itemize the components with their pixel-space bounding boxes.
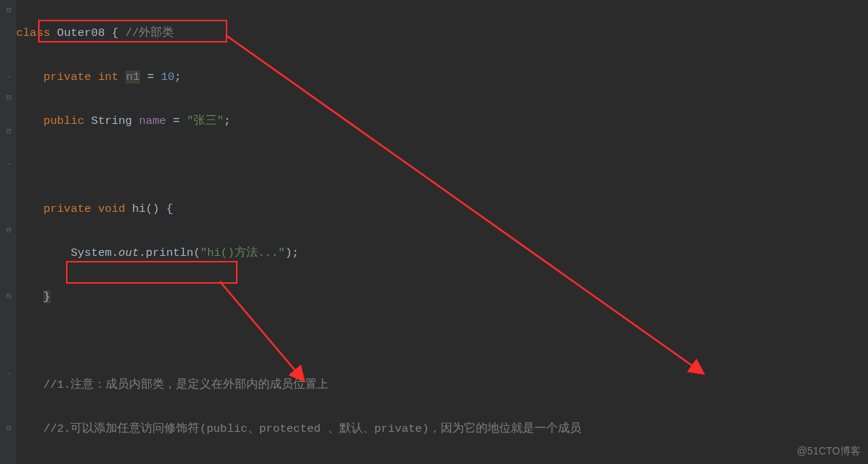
comment: //2.可以添加任意访问修饰符(public、protected 、默认、pri… xyxy=(43,422,581,435)
code-line[interactable]: public String name = "张三"; xyxy=(16,110,868,132)
code-line[interactable]: System.out.println("hi()方法..."); xyxy=(16,242,868,264)
fold-icon[interactable]: – xyxy=(4,158,14,169)
fold-icon[interactable]: ⊟ xyxy=(4,291,14,301)
fold-icon[interactable]: ⊟ xyxy=(4,5,14,15)
code-line[interactable]: //2.可以添加任意访问修饰符(public、protected 、默认、pri… xyxy=(16,418,868,440)
keyword-type: int xyxy=(98,70,119,84)
keyword-class: class xyxy=(16,26,51,40)
fold-icon[interactable]: – xyxy=(4,71,14,81)
code-line[interactable]: } xyxy=(16,286,868,308)
code-line[interactable]: class Outer08 { //外部类 xyxy=(16,22,868,44)
code-line[interactable] xyxy=(16,154,868,176)
code-line[interactable]: //1.注意：成员内部类，是定义在外部内的成员位置上 xyxy=(16,374,868,396)
number-literal: 10 xyxy=(161,70,174,84)
fold-icon[interactable]: ⊟ xyxy=(4,126,14,136)
field-out: out xyxy=(119,246,139,259)
comment: //外部类 xyxy=(125,26,174,40)
keyword-modifier: private xyxy=(43,70,91,84)
code-editor[interactable]: ⊟ – ⊟ ⊟ – ⊟ ⊟ – ⊟ class Outer08 { //外部类 … xyxy=(0,0,868,464)
fold-icon[interactable]: ⊟ xyxy=(4,225,14,235)
fold-icon[interactable]: ⊟ xyxy=(4,423,14,433)
fold-icon[interactable]: – xyxy=(4,368,14,378)
string-literal: "张三" xyxy=(187,114,224,128)
method-hi: hi xyxy=(132,202,146,216)
code-line[interactable]: private void hi() { xyxy=(16,198,868,220)
fold-icon[interactable]: ⊟ xyxy=(4,92,14,103)
comment: //1.注意：成员内部类，是定义在外部内的成员位置上 xyxy=(43,378,328,391)
code-line[interactable] xyxy=(16,330,868,352)
field-n1: n1 xyxy=(125,70,141,84)
code-line[interactable]: private int n1 = 10; xyxy=(16,66,868,88)
class-name: Outer08 xyxy=(57,26,105,40)
gutter: ⊟ – ⊟ ⊟ – ⊟ ⊟ – ⊟ xyxy=(0,0,16,464)
code-area[interactable]: class Outer08 { //外部类 private int n1 = 1… xyxy=(16,0,868,464)
field-name: name xyxy=(139,114,166,128)
watermark: @51CTO博客 xyxy=(797,445,861,458)
